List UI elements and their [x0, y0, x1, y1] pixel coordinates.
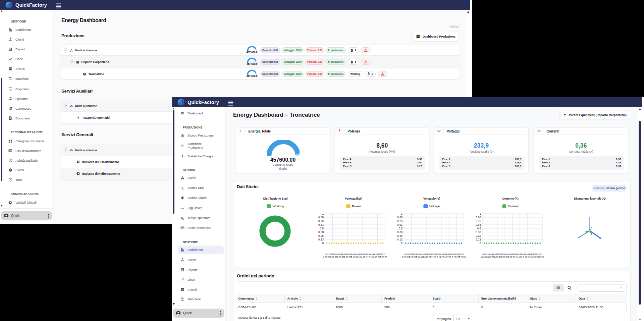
svg-text:0.75: 0.75 — [397, 220, 402, 223]
svg-text:0.25: 0.25 — [318, 234, 324, 237]
svg-text:0.25: 0.25 — [476, 234, 481, 237]
svg-text:1: 1 — [322, 212, 324, 215]
svg-text:0.13: 0.13 — [476, 238, 481, 241]
svg-text:0: 0 — [322, 242, 324, 245]
svg-text:0.5: 0.5 — [477, 227, 481, 230]
svg-text:0.13: 0.13 — [397, 238, 402, 241]
svg-text:0.25: 0.25 — [397, 234, 402, 237]
svg-text:0.5: 0.5 — [398, 227, 402, 230]
svg-text:0.38: 0.38 — [318, 231, 324, 234]
svg-text:0.13: 0.13 — [318, 238, 324, 241]
svg-text:0.75: 0.75 — [476, 220, 481, 223]
svg-text:0.5: 0.5 — [320, 227, 324, 230]
svg-text:1: 1 — [401, 212, 402, 215]
svg-text:LOG: LOG — [180, 207, 184, 209]
svg-text:0.75: 0.75 — [318, 220, 324, 223]
svg-text:0: 0 — [401, 242, 402, 245]
svg-text:0.63: 0.63 — [397, 223, 402, 226]
svg-text:0: 0 — [480, 242, 481, 245]
svg-text:0.88: 0.88 — [397, 216, 402, 219]
svg-text:0.88: 0.88 — [318, 216, 324, 219]
svg-text:0.63: 0.63 — [476, 223, 481, 226]
svg-text:0.38: 0.38 — [476, 231, 481, 234]
svg-text:1: 1 — [480, 212, 481, 215]
svg-text:0.63: 0.63 — [318, 223, 324, 226]
svg-text:0.38: 0.38 — [397, 231, 402, 234]
svg-text:0.88: 0.88 — [476, 216, 481, 219]
